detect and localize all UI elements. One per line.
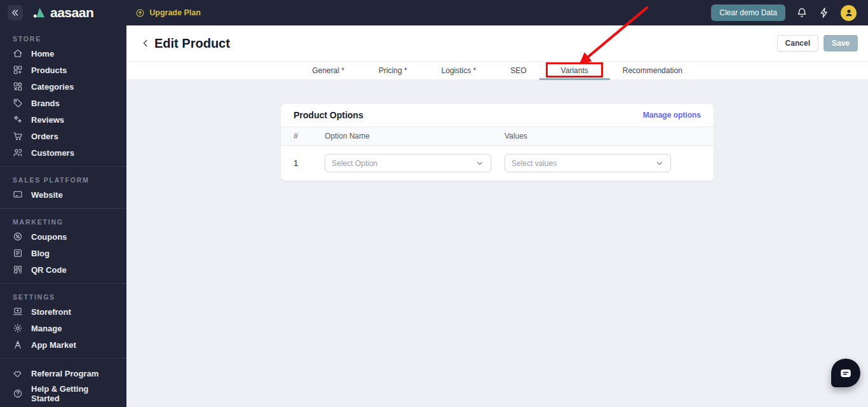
storefront-icon [13,307,23,317]
sidebar-item-brands[interactable]: Brands [0,95,126,111]
bell-icon[interactable] [796,7,808,18]
qrcode-icon [13,265,23,275]
sidebar-item-label: App Market [31,340,76,350]
tab-label: Pricing * [379,66,407,75]
logo-icon [32,6,46,19]
tab-label: Variants [561,66,588,75]
sidebar-item-coupons[interactable]: Coupons [0,228,126,245]
tab-label: Recommendation [623,66,682,75]
products-icon [13,65,23,75]
website-icon [13,190,23,200]
col-header-values: Values [505,132,701,141]
sidebar-section-title: STORE [0,32,126,45]
sidebar-footer: Referral ProgramHelp & Getting Started [0,358,126,407]
upgrade-label: Upgrade Plan [149,8,201,17]
tab-recommendation[interactable]: Recommendation [606,62,700,79]
back-chevron-icon[interactable] [140,38,151,48]
sidebar-item-customers[interactable]: Customers [0,144,126,161]
tab-pricing[interactable]: Pricing * [362,62,424,79]
cancel-button[interactable]: Cancel [777,35,818,52]
sidebar-item-reviews[interactable]: Reviews [0,111,126,128]
sidebar-item-storefront[interactable]: Storefront [0,303,126,320]
upgrade-icon [135,8,145,18]
appmarket-icon [13,340,23,350]
sidebar-item-label: Reviews [31,115,64,125]
sidebar-item-categories[interactable]: Categories [0,78,126,95]
option-name-select[interactable]: Select Option [325,154,491,172]
referral-icon [13,369,23,379]
sidebar-item-label: QR Code [31,265,67,275]
sidebar-item-orders[interactable]: Orders [0,128,126,144]
sidebar-item-qr-code[interactable]: QR Code [0,261,126,278]
help-icon [13,389,23,399]
page-title: Edit Product [154,36,230,51]
sidebar-item-manage[interactable]: Manage [0,320,126,336]
blog-icon [13,248,23,258]
sidebar-section-sales-platform: SALES PLATFORMWebsite [0,166,126,208]
row-index: 1 [294,158,325,168]
upgrade-plan-button[interactable]: Upgrade Plan [135,8,201,18]
tab-label: General * [312,66,344,75]
brands-icon [13,98,23,108]
tab-variants[interactable]: Variants [544,62,606,79]
sidebar-section-store: STOREHomeProductsCategoriesBrandsReviews… [0,32,126,166]
logo-text: aasaan [50,5,93,20]
sidebar-item-label: Help & Getting Started [31,384,114,403]
tab-logistics[interactable]: Logistics * [424,62,494,79]
values-placeholder: Select values [512,159,557,168]
tab-label: Logistics * [442,66,477,75]
sidebar: STOREHomeProductsCategoriesBrandsReviews… [0,25,126,407]
product-options-card: Product Options Manage options # Option … [280,103,714,181]
sidebar-item-help-getting-started[interactable]: Help & Getting Started [0,383,126,403]
sidebar-section-title: SETTINGS [0,291,126,303]
sidebar-section-title: MARKETING [0,216,126,228]
sidebar-item-label: Products [31,66,67,75]
sidebar-item-label: Blog [31,249,50,258]
tab-seo[interactable]: SEO [493,62,543,79]
sidebar-item-label: Manage [31,324,62,333]
tab-general[interactable]: General * [295,62,362,79]
card-title: Product Options [294,110,363,120]
categories-icon [13,81,23,92]
home-icon [13,48,23,59]
sidebar-item-label: Orders [31,132,58,141]
sidebar-section-title: SALES PLATFORM [0,174,126,186]
page-header: Edit Product Cancel Save [126,25,868,61]
manage-icon [13,323,23,333]
chat-icon [839,366,853,380]
sidebar-item-blog[interactable]: Blog [0,245,126,261]
bolt-icon[interactable] [818,7,830,18]
sidebar-section-marketing: MARKETINGCouponsBlogQR Code [0,208,126,283]
manage-options-link[interactable]: Manage options [643,111,701,120]
sidebar-item-label: Customers [31,148,74,158]
avatar-person-icon [844,8,854,18]
col-header-option-name: Option Name [325,132,505,141]
sidebar-item-label: Website [31,190,63,200]
user-avatar[interactable] [841,5,857,21]
sidebar-item-referral-program[interactable]: Referral Program [0,364,126,383]
chevrons-left-icon [11,8,20,17]
sidebar-item-products[interactable]: Products [0,62,126,78]
values-select[interactable]: Select values [505,154,671,172]
sidebar-item-website[interactable]: Website [0,186,126,203]
sidebar-item-label: Coupons [31,232,67,242]
clear-demo-data-button[interactable]: Clear demo Data [711,4,785,21]
chevron-down-icon [655,159,664,168]
tab-bar: General *Pricing *Logistics *SEOVariants… [126,61,868,80]
main-area: Edit Product Cancel Save General *Pricin… [126,25,868,407]
chat-launcher-button[interactable] [831,359,860,387]
sidebar-item-home[interactable]: Home [0,45,126,62]
save-button[interactable]: Save [824,35,858,52]
sidebar-item-app-market[interactable]: App Market [0,336,126,353]
col-header-index: # [294,132,325,141]
sidebar-collapse-button[interactable] [8,5,23,20]
chevron-down-icon [475,159,484,168]
app-logo: aasaan [32,5,93,20]
sidebar-section-settings: SETTINGSStorefrontManageApp Market [0,283,126,358]
sidebar-item-label: Home [31,49,54,59]
topbar: aasaan Upgrade Plan Clear demo Data [0,0,868,25]
reviews-icon [13,114,23,125]
card-header: Product Options Manage options [281,104,714,127]
content-area: Product Options Manage options # Option … [126,80,868,407]
topbar-right-group: Clear demo Data [711,4,868,21]
